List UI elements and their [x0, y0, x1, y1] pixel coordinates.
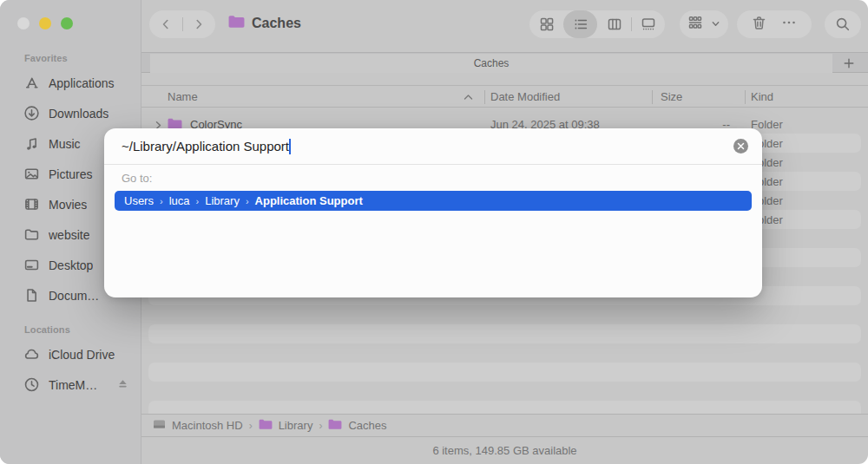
empty-row — [141, 401, 868, 414]
search-button[interactable] — [825, 10, 861, 38]
sidebar-item-label: Desktop — [49, 258, 93, 272]
finder-window: Favorites Applications Downloads Music P… — [0, 0, 868, 464]
text-caret — [289, 139, 291, 154]
icon-view-button[interactable] — [529, 10, 563, 38]
download-circle-icon — [23, 105, 40, 122]
sidebar-item-label: Downloads — [49, 107, 108, 121]
photo-icon — [23, 166, 40, 183]
path-item-label: Caches — [348, 419, 386, 432]
sidebar-item-downloads[interactable]: Downloads — [12, 98, 134, 128]
tab-caches[interactable]: Caches — [150, 54, 832, 73]
sidebar-item-label: TimeM… — [49, 378, 97, 392]
column-view-button[interactable] — [597, 10, 631, 38]
traffic-lights — [17, 17, 73, 29]
suggestion-part: Library — [205, 194, 240, 207]
locations-list: iCloud Drive TimeM… — [12, 339, 134, 400]
row-stripe — [148, 324, 861, 343]
path-item-caches[interactable]: Caches — [328, 419, 386, 433]
column-header-size[interactable]: Size — [661, 90, 682, 103]
sidebar-item-icloud-drive[interactable]: iCloud Drive — [12, 339, 134, 369]
trash-button[interactable] — [751, 15, 767, 35]
cloud-icon — [23, 346, 40, 363]
sidebar-item-applications[interactable]: Applications — [12, 68, 134, 98]
breadcrumb-separator: › — [160, 196, 163, 206]
path-bar: Macintosh HD › Library › Caches — [141, 414, 868, 436]
forward-button[interactable] — [182, 10, 215, 38]
go-to-folder-dialog: ~/Library/Application Support Go to: Use… — [104, 128, 762, 297]
path-input-value: ~/Library/Application Support — [122, 139, 289, 154]
path-input[interactable]: ~/Library/Application Support — [104, 128, 762, 165]
sidebar-item-label: website — [49, 228, 89, 242]
toolbar-actions — [737, 10, 812, 38]
navigation-buttons — [149, 10, 215, 38]
row-stripe — [148, 401, 861, 414]
film-icon — [23, 196, 40, 213]
breadcrumb-separator: › — [195, 196, 199, 206]
path-item-label: Macintosh HD — [172, 419, 243, 432]
divider — [745, 90, 746, 104]
status-bar: 6 items, 149.85 GB available — [141, 436, 868, 464]
divider — [484, 90, 485, 104]
minimize-button[interactable] — [39, 17, 51, 29]
suggestion-part: luca — [169, 194, 190, 207]
list-view-button[interactable] — [563, 10, 597, 38]
sidebar-item-time-machine[interactable]: TimeM… — [12, 369, 134, 400]
go-to-label: Go to: — [122, 172, 152, 185]
row-stripe — [148, 363, 861, 382]
hard-drive-icon — [153, 418, 166, 433]
column-header-name[interactable]: Name — [168, 90, 198, 103]
column-headers: Name Date Modified Size Kind — [141, 85, 868, 108]
suggestion-row[interactable]: Users › luca › Library › Application Sup… — [115, 191, 752, 211]
back-button[interactable] — [149, 10, 182, 38]
sort-ascending-icon — [464, 90, 473, 103]
close-button[interactable] — [17, 17, 30, 29]
empty-row — [141, 324, 868, 343]
clear-button[interactable] — [733, 139, 748, 154]
document-icon — [23, 287, 40, 304]
time-machine-icon — [23, 376, 40, 394]
sidebar-section-favorites: Favorites — [24, 53, 68, 63]
sidebar-section-locations: Locations — [24, 324, 70, 335]
breadcrumb-separator: › — [246, 196, 249, 206]
breadcrumb-separator: › — [249, 420, 253, 432]
sidebar-item-label: Pictures — [49, 167, 93, 181]
breadcrumb-separator: › — [319, 420, 322, 432]
status-text: 6 items, 149.85 GB available — [432, 444, 576, 457]
sidebar-item-label: Applications — [49, 76, 115, 90]
desktop-icon — [23, 257, 40, 274]
group-icon — [687, 15, 703, 34]
suggestion-part-highlighted: Application Support — [255, 194, 363, 207]
empty-row — [141, 363, 868, 382]
path-item-macintosh-hd[interactable]: Macintosh HD — [153, 418, 243, 433]
sidebar-item-label: Docum… — [49, 289, 99, 303]
folder-icon — [328, 419, 342, 433]
folder-icon — [228, 15, 245, 32]
music-note-icon — [23, 135, 40, 153]
path-item-label: Library — [279, 419, 313, 432]
sidebar-item-label: Music — [49, 137, 81, 151]
add-tab-button[interactable] — [833, 54, 865, 73]
more-button[interactable] — [780, 15, 798, 34]
folder-icon — [23, 226, 40, 244]
app-store-icon — [23, 75, 40, 92]
zoom-button[interactable] — [61, 17, 73, 29]
window-title-area: Caches — [228, 15, 301, 32]
divider — [652, 90, 653, 104]
path-item-library[interactable]: Library — [259, 419, 313, 433]
window-title: Caches — [252, 16, 301, 31]
tab-bar: Caches — [141, 52, 868, 73]
folder-icon — [259, 419, 273, 433]
eject-icon[interactable] — [117, 378, 128, 392]
column-header-kind[interactable]: Kind — [751, 90, 773, 103]
gallery-view-button[interactable] — [631, 10, 665, 38]
column-header-date-modified[interactable]: Date Modified — [490, 90, 560, 103]
chevron-down-icon — [711, 16, 720, 32]
divider — [631, 17, 632, 31]
group-by-button[interactable] — [680, 10, 728, 38]
sidebar-item-label: iCloud Drive — [49, 348, 115, 362]
suggestion-part: Users — [124, 194, 154, 207]
sidebar-item-label: Movies — [49, 198, 87, 212]
toolbar: Caches — [141, 0, 868, 49]
view-switcher — [529, 10, 665, 38]
